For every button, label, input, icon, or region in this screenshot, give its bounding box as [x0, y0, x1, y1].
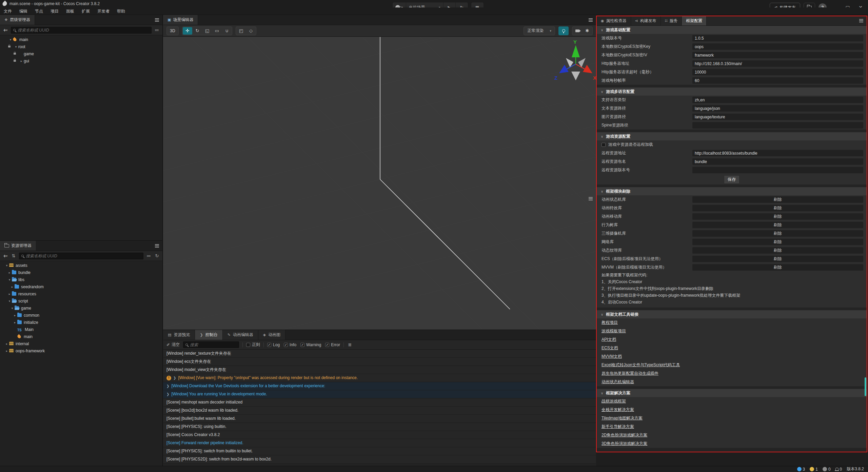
console-log-line[interactable]: ! ❯ [Window] Download the Vue Devtools e…: [163, 382, 596, 390]
property-input[interactable]: [692, 97, 863, 103]
property-input[interactable]: [692, 122, 863, 129]
property-input[interactable]: [692, 114, 863, 120]
log-filter-checkbox[interactable]: Warning: [300, 342, 321, 347]
remove-module-button[interactable]: 剔除: [692, 205, 863, 211]
doc-link[interactable]: ECS文档: [601, 345, 618, 351]
menu-item[interactable]: 面板: [62, 7, 78, 15]
camera-settings-button[interactable]: [573, 27, 582, 35]
hierarchy-search-input[interactable]: [18, 28, 149, 33]
console-log-line[interactable]: ! ❯ [Window] model_view文件夹存在: [163, 366, 596, 374]
tree-row[interactable]: resources: [0, 290, 162, 297]
tree-caret-icon[interactable]: [19, 59, 24, 63]
solution-link[interactable]: 战棋游戏框架: [601, 398, 626, 404]
regex-checkbox[interactable]: 正则: [246, 342, 260, 348]
add-asset-button[interactable]: +▾: [3, 253, 8, 259]
expand-caret-icon[interactable]: ❯: [166, 390, 169, 398]
tree-row[interactable]: game: [0, 304, 162, 312]
tab-hierarchy[interactable]: ❖ 层级管理器: [0, 15, 35, 25]
scene-settings-button[interactable]: ✱: [583, 27, 592, 35]
panel-scrollbar-thumb[interactable]: [865, 377, 866, 396]
property-input[interactable]: [692, 167, 863, 173]
remove-module-button[interactable]: 剔除: [692, 256, 863, 262]
property-input[interactable]: [692, 52, 863, 58]
tree-row[interactable]: gui: [0, 57, 162, 64]
tree-caret-icon[interactable]: [4, 264, 9, 267]
tree-row[interactable]: main: [0, 333, 162, 340]
property-input[interactable]: [692, 69, 863, 75]
console-menu-icon[interactable]: [589, 198, 593, 199]
property-input[interactable]: [692, 150, 863, 156]
remove-module-button[interactable]: 剔除: [692, 222, 863, 228]
tree-row[interactable]: common: [0, 312, 162, 319]
gizmo-tool-button[interactable]: ∪: [222, 27, 232, 35]
log-filter-checkbox[interactable]: Info: [284, 342, 296, 347]
tree-caret-icon[interactable]: [7, 278, 12, 281]
rect-tool-button[interactable]: ▭: [212, 27, 222, 35]
doc-link[interactable]: API文档: [601, 337, 616, 342]
doc-link[interactable]: 游戏模板项目: [601, 328, 626, 334]
clear-console-button[interactable]: ✐ 清空: [166, 342, 180, 348]
tree-caret-icon[interactable]: [7, 271, 12, 274]
console-log-line[interactable]: ! ❯ [Scene] [PHYSICS2D]: switch from box…: [163, 455, 596, 464]
panel-menu-icon[interactable]: [859, 20, 863, 21]
doc-link[interactable]: 动画状态机编辑器: [601, 379, 634, 385]
pivot-tool-button[interactable]: ◇: [246, 27, 256, 35]
menu-item[interactable]: 帮助: [113, 7, 129, 15]
console-log-line[interactable]: ! ❯ [Scene] Cocos Creator v3.8.2: [163, 431, 596, 439]
toggle-3d-button[interactable]: 3D: [166, 26, 179, 35]
tree-row[interactable]: root: [0, 43, 162, 50]
menu-item[interactable]: 文件: [0, 7, 16, 15]
tab-assets[interactable]: 资源管理器: [0, 241, 36, 251]
sort-assets-icon[interactable]: ⇅: [11, 253, 16, 258]
section-header[interactable]: ∨ 游戏资源配置: [597, 132, 867, 140]
scene-menu-icon[interactable]: [589, 20, 593, 20]
scale-tool-button[interactable]: ◱: [202, 27, 212, 35]
log-filter-checkbox[interactable]: Error: [325, 342, 340, 347]
remove-module-button[interactable]: 剔除: [692, 196, 863, 203]
menu-item[interactable]: 开发者: [94, 7, 113, 15]
tree-row[interactable]: game: [0, 50, 162, 57]
solution-link[interactable]: 2D角色扮演游戏解决方案: [601, 432, 647, 438]
tree-row[interactable]: oops-framework: [0, 347, 162, 354]
console-log-line[interactable]: ! ❯ [Window] [Vue warn]: Property "onInp…: [163, 374, 596, 382]
console-tab[interactable]: 资源预览: [163, 330, 195, 340]
console-log-line[interactable]: ! ❯ [Scene] [PHYSICS]: switch from built…: [163, 447, 596, 455]
section-header[interactable]: ∨ 框架模块剔除: [597, 187, 867, 195]
refresh-assets-icon[interactable]: ↻: [154, 253, 160, 258]
add-node-button[interactable]: +▾: [3, 27, 8, 33]
console-log-line[interactable]: ! ❯ [Scene] [PHYSICS]: using builtin.: [163, 423, 596, 431]
console-log-line[interactable]: ! ❯ [Scene] Forward render pipeline init…: [163, 439, 596, 447]
scene-viewport[interactable]: Y X Z: [163, 37, 596, 330]
remove-module-button[interactable]: 剔除: [692, 247, 863, 254]
property-input[interactable]: [692, 105, 863, 112]
tree-caret-icon[interactable]: [13, 321, 17, 324]
rotate-tool-button[interactable]: ↻: [193, 27, 202, 35]
section-header[interactable]: ∨ 游戏基础配置: [597, 26, 867, 34]
inspector-panel-tab[interactable]: 框架配置: [682, 16, 707, 25]
tree-caret-icon[interactable]: [4, 342, 9, 346]
expand-caret-icon[interactable]: ❯: [173, 374, 176, 382]
tree-caret-icon[interactable]: [4, 349, 9, 353]
menu-item[interactable]: 编辑: [16, 7, 31, 15]
doc-link[interactable]: Excel格式转Json文件与TypeScript代码工具: [601, 362, 680, 368]
console-tab[interactable]: 控制台: [195, 330, 222, 340]
save-button[interactable]: 保存: [724, 175, 739, 184]
anchor-tool-button[interactable]: ◰: [236, 27, 246, 35]
tree-caret-icon[interactable]: [7, 299, 12, 303]
console-tab[interactable]: 动画编辑器: [223, 330, 258, 340]
hierarchy-filter-icon[interactable]: ≔: [154, 27, 160, 33]
doc-link[interactable]: 教程项目: [601, 320, 618, 326]
tree-caret-icon[interactable]: [10, 285, 15, 289]
console-search[interactable]: [183, 341, 239, 348]
property-input[interactable]: [692, 35, 863, 41]
status-count-badge[interactable]: 0: [823, 467, 831, 472]
inspector-panel-tab[interactable]: 服务: [661, 16, 682, 25]
menu-item[interactable]: 节点: [31, 7, 47, 15]
hierarchy-search[interactable]: [11, 27, 152, 34]
tree-caret-icon[interactable]: [8, 38, 13, 41]
solution-link[interactable]: 全栈开发解决方案: [601, 407, 634, 413]
lighting-toggle-button[interactable]: [558, 26, 569, 35]
log-filter-checkbox[interactable]: Log: [267, 342, 280, 347]
assets-search[interactable]: [19, 253, 143, 259]
tree-row[interactable]: bundle: [0, 269, 162, 276]
